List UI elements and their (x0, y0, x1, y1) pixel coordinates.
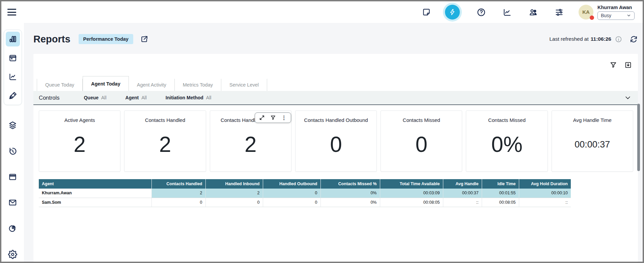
col-avg-hold-duration[interactable]: Avg Hold Duration (519, 179, 571, 189)
kebab-icon[interactable]: ⋮ (281, 115, 287, 121)
card-value: 00:00:37 (552, 123, 633, 171)
sidebar-item-settings[interactable] (6, 247, 20, 262)
sidebar-item-history[interactable] (6, 144, 20, 159)
sidebar-item-mail[interactable] (6, 195, 20, 210)
col-handled-inbound[interactable]: Handled Inbound (205, 179, 263, 189)
card-title: Active Agents (64, 117, 95, 123)
filter-initiation-value: All (206, 95, 212, 100)
card-contacts-handled-outbound[interactable]: Contacts Handled Outbound 0 (295, 110, 377, 172)
sliders-icon[interactable] (555, 8, 564, 17)
col-idle-time[interactable]: Idle Time (482, 179, 519, 189)
filter-icon[interactable] (610, 61, 617, 69)
card-value: 0% (466, 123, 547, 171)
cell: 00:03:09 (380, 189, 443, 198)
card-active-agents[interactable]: Active Agents 2 (39, 110, 120, 172)
note-icon[interactable] (422, 8, 431, 17)
calendar-icon (8, 54, 17, 62)
gear-icon (8, 250, 17, 259)
sidebar-item-window[interactable] (6, 169, 20, 184)
cell: 00:08:05 (380, 198, 443, 207)
avatar[interactable]: KA (579, 5, 593, 20)
col-total-time-available[interactable]: Total Time Available (380, 179, 443, 189)
cell: 00:01:55 (482, 189, 519, 198)
cell: :: (519, 198, 571, 207)
table-row[interactable]: Sam.Som 0 0 0 0% 00:08:05 :: 00:08:05 :: (39, 198, 571, 207)
tab-queue-today[interactable]: Queue Today (37, 79, 83, 91)
status-select[interactable]: Busy (597, 11, 635, 20)
card-contacts-handled[interactable]: Contacts Handled 2 (124, 110, 206, 172)
cell: 2 (205, 189, 263, 198)
cell: 00:00:10 (519, 189, 571, 198)
tab-agent-today[interactable]: Agent Today (83, 76, 129, 91)
tab-agent-activity[interactable]: Agent Activity (129, 79, 175, 91)
tab-service-level[interactable]: Service Level (221, 79, 267, 91)
cell-agent-name: Khurram.Awan (39, 189, 151, 198)
filter-initiation-label: Initiation Method (166, 95, 203, 100)
col-contacts-handled[interactable]: Contacts Handled (151, 179, 205, 189)
users-icon[interactable] (529, 8, 538, 17)
bar-chart-icon (8, 35, 17, 43)
col-contacts-missed-pct[interactable]: Contacts Missed % (320, 179, 380, 189)
tab-metrics-today[interactable]: Metrics Today (175, 79, 221, 91)
analytics-icon[interactable] (503, 8, 512, 17)
download-icon[interactable] (624, 61, 632, 69)
info-icon[interactable] (615, 36, 622, 43)
agent-table: Agent Contacts Handled Handled Inbound H… (39, 179, 571, 207)
card-contacts-missed[interactable]: Contacts Missed 0 (381, 110, 462, 172)
filter-queue[interactable]: Queue All (84, 95, 106, 100)
sidebar-item-customize[interactable] (6, 88, 20, 103)
cell: 0 (263, 198, 320, 207)
last-refreshed-time: 11:06:26 (591, 36, 611, 42)
card-value: 0 (296, 123, 376, 171)
collapse-chevron-icon[interactable] (624, 94, 631, 101)
card-value: 2 (210, 123, 291, 171)
pie-chart-icon (8, 224, 17, 233)
card-title: Contacts Handled (145, 117, 185, 123)
cell: 0% (320, 189, 380, 198)
filter-icon[interactable] (270, 115, 276, 121)
main-content: Reports Performance Today Last refreshed… (24, 23, 643, 262)
help-icon[interactable] (477, 8, 486, 17)
cell: 0 (263, 189, 320, 198)
report-panel: Queue Today Agent Today Agent Activity M… (33, 54, 638, 262)
user-block: KA Khurram Awan Busy (579, 5, 635, 20)
col-avg-handle[interactable]: Avg Handle (443, 179, 482, 189)
line-chart-icon (8, 72, 17, 81)
card-contacts-missed-pct[interactable]: Contacts Missed 0% (466, 110, 548, 172)
lightning-icon[interactable] (445, 5, 460, 20)
filter-agent-label: Agent (125, 95, 139, 100)
controls-title: Controls (39, 95, 59, 101)
scrollbar-thumb[interactable] (637, 104, 640, 171)
refresh-icon[interactable] (629, 35, 638, 43)
cell: 0 (151, 198, 205, 207)
card-contacts-handled-inbound[interactable]: Contacts Handled Inbound 2 (210, 110, 291, 172)
cell-agent-name: Sam.Som (39, 198, 151, 207)
filter-queue-label: Queue (84, 95, 99, 100)
user-name: Khurram Awan (597, 5, 635, 10)
expand-icon[interactable] (259, 115, 265, 121)
card-title: Avg Handle Time (573, 117, 612, 123)
filter-agent[interactable]: Agent All (125, 95, 147, 100)
sidebar-item-reports[interactable] (6, 32, 20, 46)
status-value: Busy (601, 13, 611, 18)
sidebar-item-layers[interactable] (6, 118, 20, 133)
col-handled-outbound[interactable]: Handled Outbound (263, 179, 320, 189)
col-agent[interactable]: Agent (39, 179, 151, 189)
brush-icon (8, 91, 17, 100)
filter-initiation-method[interactable]: Initiation Method All (166, 95, 212, 100)
sidebar-item-metrics[interactable] (6, 69, 20, 84)
filter-agent-value: All (141, 95, 147, 100)
sidebar-item-dashboards[interactable] (6, 221, 20, 236)
cell: 00:08:05 (482, 198, 519, 207)
sidebar-report-group (4, 30, 22, 105)
report-badge[interactable]: Performance Today (79, 34, 133, 44)
external-link-icon[interactable] (140, 35, 148, 43)
card-value: 2 (124, 123, 205, 171)
widget-toolbar: ⋮ (255, 112, 291, 123)
mail-icon (8, 198, 17, 207)
sidebar-item-calendar[interactable] (6, 51, 20, 65)
menu-icon[interactable] (7, 9, 16, 15)
card-avg-handle-time[interactable]: Avg Handle Time 00:00:37 (552, 110, 633, 172)
table-row[interactable]: Khurram.Awan 2 2 0 0% 00:03:09 00:00:37 … (39, 189, 571, 198)
cell: 00:00:37 (443, 189, 482, 198)
